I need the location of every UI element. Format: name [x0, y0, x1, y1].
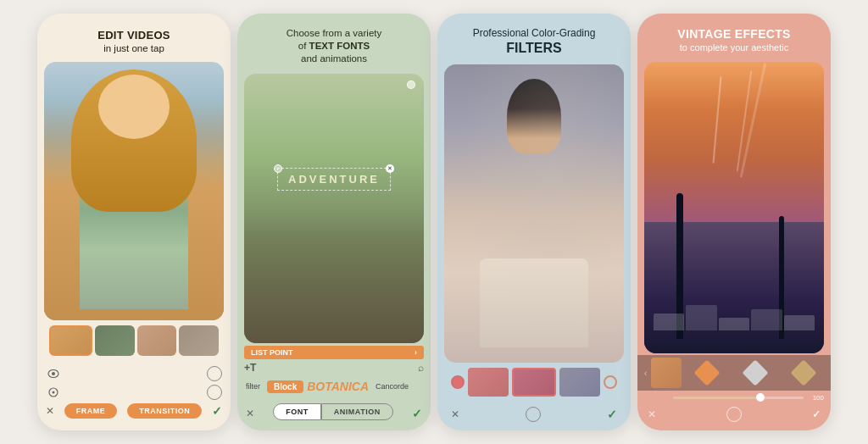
- panel-1-screen: LENS: [44, 62, 224, 320]
- p3-confirm-icon[interactable]: ✓: [607, 408, 617, 421]
- tab-bar: FONT ANIMATION: [266, 400, 399, 427]
- eq-bar-3: [719, 318, 750, 330]
- panel-4-header: VINTAGE EFFECTS to complete your aesthet…: [637, 14, 831, 62]
- p3-thumb-1[interactable]: [468, 368, 509, 397]
- panel-edit-videos: EDIT VIDEOS in just one tap LENS: [37, 14, 231, 430]
- eq-bar-5: [784, 315, 815, 330]
- font-tab[interactable]: FONT: [273, 403, 321, 420]
- person-face: [98, 75, 170, 139]
- panel-4-title: VINTAGE EFFECTS: [651, 27, 817, 42]
- p4-diamond-3[interactable]: [790, 359, 816, 386]
- p2-cancel-icon[interactable]: ✕: [246, 408, 254, 419]
- svg-point-1: [52, 372, 55, 375]
- p4-slider-fill: [673, 397, 765, 399]
- crosshair-icon: [46, 385, 61, 400]
- panel-2-screen: ADVENTURE ✕: [244, 74, 424, 343]
- panel-text-fonts: Choose from a variety of TEXT FONTS and …: [237, 14, 431, 430]
- panel-2-line2: of TEXT FONTS: [251, 40, 417, 53]
- p3-thumb-2[interactable]: [512, 368, 556, 397]
- list-point-bar: LIST POINT ›: [244, 346, 424, 359]
- p4-slider-track[interactable]: [673, 397, 804, 399]
- p4-slider-value: 100: [807, 394, 824, 402]
- animation-tab[interactable]: ANIMATION: [321, 403, 393, 420]
- transition-button[interactable]: TRANSITION: [127, 403, 202, 419]
- p4-diamonds: [684, 364, 826, 382]
- p4-circle: [726, 407, 742, 422]
- thumbnail-3[interactable]: [137, 325, 177, 356]
- p3-circle: [526, 407, 541, 422]
- panel-1-subtitle: in just one tap: [54, 42, 214, 55]
- cactus-overlay: [244, 208, 424, 343]
- confirm-icon[interactable]: ✓: [212, 404, 222, 418]
- panel-2-line1: Choose from a variety: [251, 27, 417, 40]
- add-text-icon[interactable]: +T: [244, 362, 256, 374]
- adventure-text-box: ADVENTURE ✕: [277, 168, 391, 191]
- panel-3-screen: [444, 64, 624, 363]
- control-row-3: ✕ FRAME TRANSITION ✓: [46, 403, 222, 419]
- p3-dot-1[interactable]: [451, 375, 465, 389]
- p4-diamond-1[interactable]: [693, 359, 720, 386]
- cancel-icon[interactable]: ✕: [46, 405, 54, 417]
- p3-thumb-3[interactable]: [559, 368, 600, 397]
- panel-4-bottom: ✕ ✓: [637, 403, 831, 430]
- p4-thumb-1[interactable]: [651, 358, 682, 388]
- p4-confirm-icon[interactable]: ✓: [812, 408, 821, 420]
- panel-2-bottom: ✕ FONT ANIMATION ✓: [237, 397, 431, 430]
- svg-point-3: [53, 391, 55, 394]
- sunset-sky: [644, 62, 824, 222]
- panel-vintage: VINTAGE EFFECTS to complete your aesthet…: [637, 14, 831, 430]
- panel-3-header: Professional Color-Grading FILTERS: [437, 14, 631, 64]
- eq-bars: [654, 305, 815, 330]
- font-selector: filter Block BOTANICA Cancorde: [237, 376, 431, 397]
- cancorde-option[interactable]: Cancorde: [372, 380, 412, 392]
- thumbnail-2[interactable]: [95, 325, 135, 356]
- control-row-2: [46, 385, 222, 400]
- panel-3-bottom: ✕ ✓: [437, 402, 631, 430]
- panel-3-title: FILTERS: [451, 41, 617, 56]
- block-option[interactable]: Block: [267, 380, 303, 393]
- p4-slider-thumb[interactable]: [756, 393, 765, 402]
- frame-button[interactable]: FRAME: [64, 403, 118, 419]
- panels-container: EDIT VIDEOS in just one tap LENS: [0, 0, 868, 444]
- panel-1-controls: ✕ FRAME TRANSITION ✓: [37, 361, 231, 430]
- p3-dot-2[interactable]: [604, 375, 617, 389]
- control-row-1: [46, 366, 222, 381]
- list-point-arrow: ›: [415, 348, 417, 357]
- panel-1-header: EDIT VIDEOS in just one tap: [37, 14, 231, 62]
- panel-filters: Professional Color-Grading FILTERS ✕ ✓: [437, 14, 631, 430]
- botanica-option[interactable]: BOTANICA: [307, 380, 369, 393]
- filter-option[interactable]: filter: [242, 380, 264, 392]
- person-shirt: [480, 258, 587, 348]
- text-close-handle[interactable]: ✕: [386, 164, 394, 173]
- city-silhouette: [644, 222, 824, 353]
- adventure-text: ADVENTURE: [288, 173, 380, 186]
- p3-cancel-icon[interactable]: ✕: [451, 408, 459, 420]
- panel-2-line3: and animations: [251, 53, 417, 65]
- addtext-row: +T ⌕: [237, 362, 431, 376]
- search-icon[interactable]: ⌕: [418, 362, 424, 374]
- thumbnail-strip: [44, 322, 224, 359]
- toggle-2[interactable]: [207, 385, 222, 400]
- eq-bar-4: [751, 309, 782, 330]
- p4-slider-row: 100: [637, 392, 831, 403]
- panel-3-line1: Professional Color-Grading: [451, 27, 617, 41]
- p3-thumbnail-strip: [444, 364, 624, 400]
- eq-bar-1: [654, 314, 685, 330]
- eq-bar-2: [686, 305, 717, 330]
- panel-2-header: Choose from a variety of TEXT FONTS and …: [237, 14, 431, 74]
- p4-thumbnail-strip: ‹: [637, 355, 831, 391]
- thumbnail-4[interactable]: [179, 325, 219, 356]
- text-rotate-handle[interactable]: [274, 164, 282, 173]
- toggle-1[interactable]: [207, 366, 222, 381]
- screen-handle-tr: [407, 80, 415, 89]
- p4-cancel-icon[interactable]: ✕: [648, 408, 656, 420]
- thumbnail-1[interactable]: [49, 325, 92, 356]
- list-point-label: LIST POINT: [251, 348, 293, 357]
- p2-confirm-icon[interactable]: ✓: [412, 407, 422, 420]
- eye-icon[interactable]: [46, 366, 61, 381]
- panel-1-title: EDIT VIDEOS: [54, 29, 214, 42]
- panel-4-screen: [644, 62, 824, 353]
- panel-4-subtitle: to complete your aesthetic: [651, 42, 817, 53]
- prev-chevron-icon[interactable]: ‹: [643, 369, 648, 378]
- p4-diamond-2[interactable]: [742, 359, 768, 386]
